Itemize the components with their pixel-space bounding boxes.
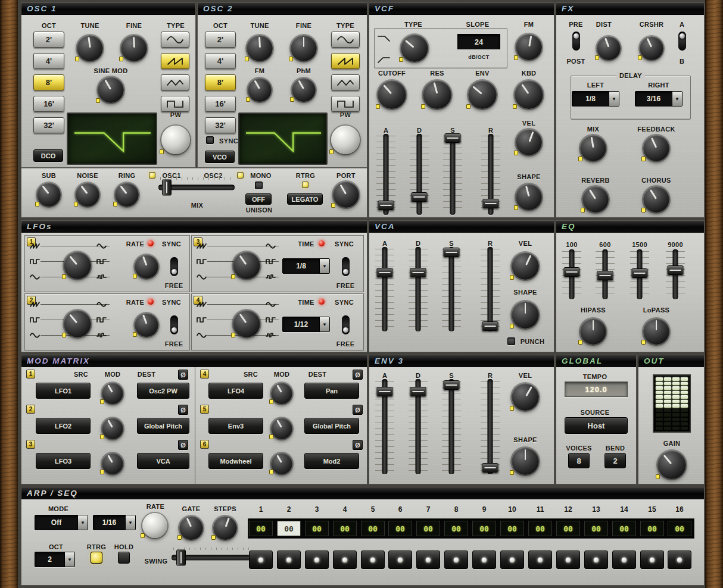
slider-handle[interactable] xyxy=(482,463,498,473)
a-b-toggle[interactable] xyxy=(678,32,686,51)
step-display-2[interactable]: 00 xyxy=(277,521,301,536)
lfo2-free-toggle[interactable] xyxy=(170,315,178,334)
lfo4-wave-select-knob[interactable] xyxy=(233,310,260,337)
osc1-octave-2ft-button[interactable]: 2' xyxy=(33,32,64,48)
square-wave-icon[interactable] xyxy=(197,317,207,323)
delay-right-select[interactable]: 3/16▼ xyxy=(635,91,683,107)
lfo3-time-select[interactable]: 1/8▼ xyxy=(282,258,330,274)
saw-wave-icon[interactable] xyxy=(30,243,40,249)
slider-handle[interactable] xyxy=(377,387,393,396)
highpass-filter-icon[interactable] xyxy=(378,55,391,64)
lfo4-free-toggle[interactable] xyxy=(342,315,350,334)
env3-sustain-slider[interactable] xyxy=(443,379,460,474)
osc2-octave-32ft-button[interactable]: 32' xyxy=(205,117,236,133)
step-button-14[interactable] xyxy=(612,551,636,569)
step-display-16[interactable]: 00 xyxy=(668,521,691,536)
slider-handle[interactable] xyxy=(483,199,499,208)
arp-hold-button[interactable] xyxy=(118,552,130,564)
arp-rate-select[interactable]: 1/16▼ xyxy=(93,515,136,530)
vcf-decay-slider[interactable] xyxy=(411,134,428,215)
gain-knob[interactable] xyxy=(657,451,686,479)
slot1-phase-button[interactable]: Ø xyxy=(178,370,188,380)
step-button-5[interactable] xyxy=(361,551,385,569)
step-button-8[interactable] xyxy=(444,551,468,569)
chevron-down-icon[interactable]: ▼ xyxy=(319,259,329,273)
reverb-knob[interactable] xyxy=(582,186,609,212)
step-display-10[interactable]: 00 xyxy=(500,521,524,536)
slot6-source-button[interactable]: Modwheel xyxy=(208,453,263,469)
osc1-wave-saw-button[interactable] xyxy=(161,53,189,69)
slot5-source-button[interactable]: Env3 xyxy=(208,418,263,434)
osc2-wave-saw-button[interactable] xyxy=(331,53,360,69)
step-button-2[interactable] xyxy=(277,551,301,569)
slider-handle[interactable] xyxy=(632,268,648,278)
step-display-15[interactable]: 00 xyxy=(640,521,664,536)
slope-display[interactable]: 24 xyxy=(457,34,500,49)
step-button-16[interactable] xyxy=(668,551,691,569)
crusher-knob[interactable] xyxy=(640,36,663,60)
step-button-4[interactable] xyxy=(333,551,357,569)
sine-wave-icon[interactable] xyxy=(96,243,107,249)
slot2-amount-knob[interactable] xyxy=(102,418,123,439)
slot2-source-button[interactable]: LFO2 xyxy=(36,418,91,434)
resonance-knob[interactable] xyxy=(423,80,451,109)
step-display-1[interactable]: 00 xyxy=(249,521,273,536)
vca-decay-slider[interactable] xyxy=(410,247,426,331)
eq-band-9000-slider[interactable] xyxy=(667,249,684,299)
step-button-15[interactable] xyxy=(640,551,664,569)
lfo3-free-toggle[interactable] xyxy=(342,257,350,276)
saw-wave-icon[interactable] xyxy=(30,301,40,308)
arp-gate-knob[interactable] xyxy=(179,516,203,540)
vca-attack-slider[interactable] xyxy=(376,247,393,331)
saw-wave-icon[interactable] xyxy=(197,301,207,308)
slot2-phase-button[interactable]: Ø xyxy=(178,405,188,415)
slot4-amount-knob[interactable] xyxy=(271,383,292,404)
osc2-fm-knob[interactable] xyxy=(248,78,272,102)
arp-rate-knob[interactable] xyxy=(142,513,167,538)
pre-post-toggle[interactable] xyxy=(572,32,580,51)
lowpass-filter-icon[interactable] xyxy=(378,34,391,42)
square-wave-icon[interactable] xyxy=(30,258,40,265)
square-wave-icon[interactable] xyxy=(266,258,276,265)
step-button-12[interactable] xyxy=(556,551,580,569)
arp-steps-knob[interactable] xyxy=(213,516,237,540)
step-button-9[interactable] xyxy=(472,551,496,569)
mixer-ring-knob[interactable] xyxy=(115,183,139,207)
slider-handle[interactable] xyxy=(482,321,498,331)
sync-source-button[interactable]: Host xyxy=(565,417,628,434)
eq-band-600-slider[interactable] xyxy=(597,249,613,299)
square-wave-icon[interactable] xyxy=(30,317,40,323)
chorus-knob[interactable] xyxy=(643,186,669,212)
env3-release-slider[interactable] xyxy=(482,379,498,474)
eq-band-1500-slider[interactable] xyxy=(631,249,648,299)
unison-off-button[interactable]: OFF xyxy=(245,193,272,205)
step-button-10[interactable] xyxy=(500,551,524,569)
mixer-noise-knob[interactable] xyxy=(76,183,99,207)
step-display-7[interactable]: 00 xyxy=(416,521,440,536)
step-button-1[interactable] xyxy=(249,551,273,569)
legato-button[interactable]: LEGATO xyxy=(287,193,323,205)
sine-wave-icon[interactable] xyxy=(266,301,276,308)
slider-handle[interactable] xyxy=(445,133,461,143)
slider-handle[interactable] xyxy=(444,380,460,390)
step-display-13[interactable]: 00 xyxy=(584,521,608,536)
step-display-14[interactable]: 00 xyxy=(612,521,636,536)
vca-shape-knob[interactable] xyxy=(512,301,539,329)
distortion-knob[interactable] xyxy=(597,36,621,60)
osc1-wave-sine-button[interactable] xyxy=(161,32,189,48)
delay-mix-knob[interactable] xyxy=(580,135,606,161)
slot6-phase-button[interactable]: Ø xyxy=(353,440,363,450)
vcf-fm-knob[interactable] xyxy=(516,34,542,60)
osc2-sync-checkbox[interactable] xyxy=(206,136,214,144)
lfo2-rate-knob[interactable] xyxy=(135,313,158,337)
portamento-knob[interactable] xyxy=(333,182,359,208)
hipass-knob[interactable] xyxy=(580,318,606,345)
step-display-6[interactable]: 00 xyxy=(388,521,412,536)
vca-sustain-slider[interactable] xyxy=(443,247,460,331)
sine-wave-icon[interactable] xyxy=(96,301,107,308)
random-wave-icon[interactable] xyxy=(266,332,276,339)
lfo1-wave-select-knob[interactable] xyxy=(64,252,91,279)
vcf-kbd-track-knob[interactable] xyxy=(515,80,543,109)
slider-handle[interactable] xyxy=(410,387,426,396)
mono-checkbox[interactable] xyxy=(255,182,263,189)
